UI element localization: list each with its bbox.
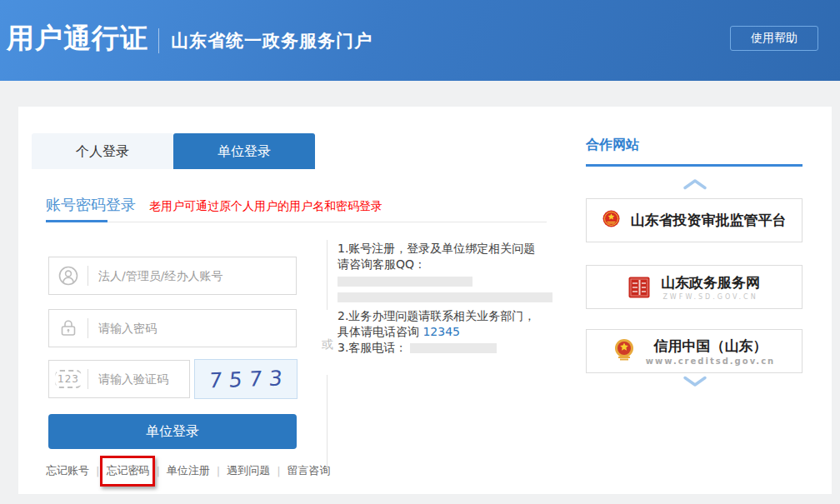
brand: 用户通行证 山东省统一政务服务门户 xyxy=(7,20,372,57)
chevron-up-icon[interactable] xyxy=(682,177,708,189)
account-field-wrapper xyxy=(48,257,297,295)
link-separator: | xyxy=(217,465,220,477)
user-icon xyxy=(49,265,88,287)
help-button[interactable]: 使用帮助 xyxy=(730,26,818,51)
brand-title: 用户通行证 xyxy=(7,20,148,57)
page-header: 用户通行证 山东省统一政务服务门户 使用帮助 xyxy=(0,0,840,81)
section-title: 账号密码登录 xyxy=(46,195,136,215)
captcha-input[interactable] xyxy=(98,372,189,386)
help-info-line4-text: 具体请电话咨询 xyxy=(338,325,422,338)
login-section-head: 账号密码登录 老用户可通过原个人用户的用户名和密码登录 xyxy=(46,195,382,215)
partner-text: 信用中国（山东） www.creditsd.gov.cn xyxy=(646,337,775,366)
partners-title-underline xyxy=(586,164,802,167)
brand-subtitle: 山东省统一政务服务门户 xyxy=(171,29,372,52)
help-info-line3: 2.业务办理问题请联系相关业务部门， xyxy=(338,308,561,324)
chevron-down-icon[interactable] xyxy=(682,375,708,387)
gold-emblem-icon xyxy=(613,337,635,366)
partner-url: ZWFW.SD.GOV.CN xyxy=(662,293,758,301)
field-separator xyxy=(88,266,88,286)
unit-login-button[interactable]: 单位登录 xyxy=(48,414,297,449)
link-separator: | xyxy=(96,465,99,477)
partner-link-credit-china[interactable]: 信用中国（山东） www.creditsd.gov.cn xyxy=(586,329,802,373)
lock-icon xyxy=(49,317,88,339)
or-label: 或 xyxy=(316,337,339,352)
partner-name: 山东政务服务网 xyxy=(661,273,760,292)
forgot-password-highlight-wrapper: 忘记密码 xyxy=(106,463,149,478)
partners-title: 合作网站 xyxy=(586,137,639,154)
tab-unit-login[interactable]: 单位登录 xyxy=(173,133,315,169)
shandong-seal-icon xyxy=(628,277,650,298)
help-info-line5-text: 3.客服电话： xyxy=(338,341,407,354)
captcha-field-wrapper: 123 xyxy=(48,360,190,398)
password-field-wrapper xyxy=(48,309,297,347)
partner-url: www.creditsd.gov.cn xyxy=(646,357,775,366)
national-emblem-icon xyxy=(602,210,620,231)
middle-divider-top xyxy=(327,240,328,310)
login-links-row: 忘记账号 | 忘记密码 | 单位注册 | 遇到问题 | 留言咨询 xyxy=(46,463,331,478)
captcha-123-icon: 123 xyxy=(49,370,88,388)
partner-name: 山东省投资审批监管平台 xyxy=(631,211,787,230)
page: { "header": { "brand_title": "用户通行证", "b… xyxy=(0,0,840,504)
section-title-underline xyxy=(46,220,108,222)
field-separator xyxy=(88,369,88,389)
redacted-qq-number-2 xyxy=(338,292,552,302)
problems-link[interactable]: 遇到问题 xyxy=(227,463,270,478)
captcha-image[interactable]: 7573 xyxy=(194,359,298,399)
forgot-account-link[interactable]: 忘记账号 xyxy=(46,463,89,478)
help-info-line1: 1.账号注册，登录及单位绑定相关问题 xyxy=(338,241,561,257)
help-info-block: 1.账号注册，登录及单位绑定相关问题 请咨询客服QQ： 2.业务办理问题请联系相… xyxy=(338,241,561,356)
field-separator xyxy=(88,318,88,338)
help-info-line4: 具体请电话咨询 12345 xyxy=(338,324,561,340)
account-input[interactable] xyxy=(98,269,296,282)
phone-12345-link[interactable]: 12345 xyxy=(422,325,460,338)
link-separator: | xyxy=(156,465,159,477)
help-info-line2: 请咨询客服QQ： xyxy=(338,257,561,272)
link-separator: | xyxy=(277,465,280,477)
tab-personal-login[interactable]: 个人登录 xyxy=(32,133,173,169)
forgot-password-link[interactable]: 忘记密码 xyxy=(106,464,149,477)
message-consult-link[interactable]: 留言咨询 xyxy=(288,463,331,478)
partner-link-investment-platform[interactable]: 山东省投资审批监管平台 xyxy=(586,198,802,242)
partner-text: 山东政务服务网 ZWFW.SD.GOV.CN xyxy=(661,273,760,301)
section-note: 老用户可通过原个人用户的用户名和密码登录 xyxy=(149,199,382,214)
unit-register-link[interactable]: 单位注册 xyxy=(167,463,210,478)
login-panel-card: 个人登录 单位登录 账号密码登录 老用户可通过原个人用户的用户名和密码登录 xyxy=(18,107,832,494)
brand-separator xyxy=(158,28,159,53)
captcha-digits: 7573 xyxy=(202,366,291,393)
partner-text: 山东省投资审批监管平台 xyxy=(631,211,787,230)
section-divider xyxy=(46,222,547,222)
partner-name: 信用中国（山东） xyxy=(654,337,768,356)
redacted-qq-number-1 xyxy=(338,277,472,287)
redacted-phone-number xyxy=(410,343,497,353)
middle-divider-bottom xyxy=(327,375,328,469)
partner-link-zwfw[interactable]: 山东政务服务网 ZWFW.SD.GOV.CN xyxy=(586,265,802,309)
password-input[interactable] xyxy=(98,322,296,335)
help-info-line5: 3.客服电话： xyxy=(338,340,561,356)
